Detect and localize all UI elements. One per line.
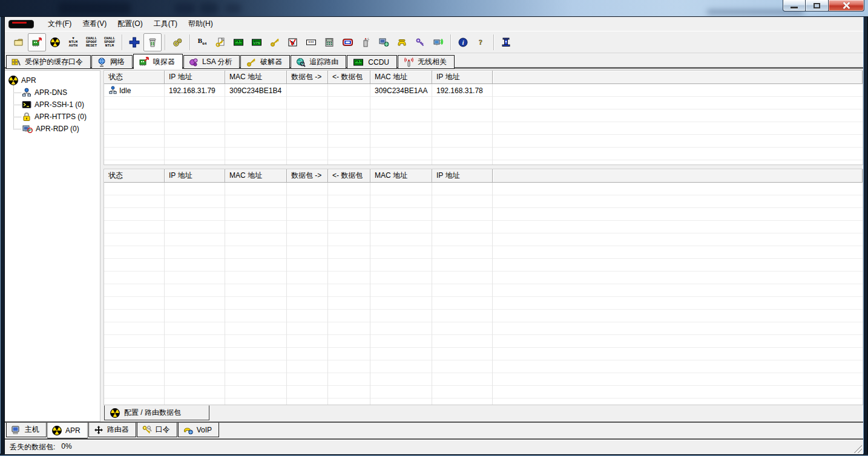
- menu-file[interactable]: 文件(F): [42, 17, 77, 31]
- table-body[interactable]: Idle192.168.31.79309C234BE1B4309C234BE1A…: [104, 84, 863, 164]
- table-body[interactable]: [104, 183, 863, 405]
- wireless-key-button[interactable]: [411, 33, 429, 51]
- column-header-4[interactable]: <- 数据包: [328, 71, 370, 84]
- tab-ccdu[interactable]: CCDU: [347, 55, 397, 69]
- keygold-icon: [246, 57, 257, 67]
- column-header-2[interactable]: MAC 地址: [225, 71, 287, 84]
- tab-apr-label: APR: [65, 426, 81, 435]
- table-row[interactable]: Idle192.168.31.79309C234BE1B4309C234BE1A…: [104, 84, 493, 97]
- add-to-list-button[interactable]: [125, 33, 143, 51]
- column-header-3[interactable]: 数据包 ->: [287, 71, 328, 84]
- vnc-decoder-button[interactable]: N: [284, 33, 302, 51]
- cell-text: 192.168.31.78: [436, 86, 483, 95]
- enterprise-manager-decoder-button[interactable]: [266, 33, 284, 51]
- column-gridline: [327, 183, 328, 405]
- column-gridline: [370, 183, 370, 405]
- nic-icon: [31, 37, 42, 47]
- about-button[interactable]: i: [454, 33, 472, 51]
- tab-apr[interactable]: APR: [47, 423, 88, 438]
- help-button[interactable]: ?: [472, 33, 490, 51]
- tab-protected-storage[interactable]: 受保护的缓存口令: [6, 55, 91, 69]
- lsa-icon: [189, 57, 199, 67]
- configure-button[interactable]: [168, 33, 186, 51]
- column-header-2[interactable]: MAC 地址: [225, 169, 287, 183]
- tab-wireless[interactable]: 无线相关: [398, 55, 455, 69]
- column-header-0[interactable]: 状态: [104, 71, 165, 84]
- window-border-left: [0, 17, 5, 454]
- tab-cracker[interactable]: 破解器: [240, 55, 290, 69]
- column-header-0[interactable]: 状态: [104, 169, 165, 183]
- chall-spoof-reset-button[interactable]: CHALL SPOOF RESET: [82, 33, 100, 51]
- column-header-3[interactable]: 数据包 ->: [287, 169, 328, 183]
- hash-calculator-button[interactable]: [320, 33, 338, 51]
- menu-configure[interactable]: 配置(O): [112, 17, 148, 31]
- tab-network[interactable]: 网络: [91, 55, 133, 69]
- table-header-row: 状态IP 地址MAC 地址数据包 -><- 数据包MAC 地址IP 地址: [104, 71, 863, 84]
- column-header-6[interactable]: IP 地址: [432, 71, 493, 84]
- close-button[interactable]: [828, 0, 864, 11]
- maximize-button[interactable]: [806, 0, 828, 11]
- tab-hosts[interactable]: 主机: [6, 423, 47, 437]
- remove-button[interactable]: [143, 33, 162, 51]
- network-connections-button[interactable]: [375, 33, 393, 51]
- tab-voip[interactable]: VoIP: [178, 423, 219, 437]
- syskey-button[interactable]: [357, 33, 375, 51]
- column-header-5[interactable]: MAC 地址: [370, 169, 432, 183]
- title-bar[interactable]: [0, 0, 868, 17]
- resize-grip[interactable]: [853, 445, 862, 453]
- wireless-zero-button[interactable]: [429, 33, 447, 51]
- monwifi-icon: [433, 37, 444, 47]
- base64-decoder-button[interactable]: B64: [193, 33, 211, 51]
- table-cell: 192.168.31.78: [432, 84, 493, 97]
- column-header-1[interactable]: IP 地址: [165, 71, 225, 84]
- tree-item-apr-dns[interactable]: APR-DNS: [13, 86, 100, 99]
- inner-tab-strip: 配置 / 路由数据包: [104, 405, 863, 422]
- cell-text: 309C234BE1AA: [375, 86, 427, 95]
- lost-packets-value: 0%: [61, 442, 71, 452]
- tab-passwords[interactable]: 口令: [137, 423, 177, 437]
- column-header-5[interactable]: MAC 地址: [370, 71, 432, 84]
- tab-sniffer[interactable]: 嗅探器: [133, 54, 183, 69]
- start-stop-apr-button[interactable]: [46, 33, 64, 51]
- minimize-button[interactable]: [783, 0, 806, 11]
- lcdvpn-icon: VPN: [251, 37, 263, 47]
- tab-traceroute[interactable]: 追踪路由: [291, 55, 346, 69]
- tab-routing[interactable]: 路由器: [88, 423, 136, 437]
- exit-button[interactable]: [497, 33, 515, 51]
- ntlm-auth-button[interactable]: ▼ NTLM AUTH: [64, 33, 82, 51]
- dialup-decoder-button[interactable]: [393, 33, 411, 51]
- tree-item-apr-https[interactable]: APR-HTTPS (0): [13, 111, 100, 123]
- password-reveal-button[interactable]: ***: [302, 33, 320, 51]
- column-header-6[interactable]: IP 地址: [432, 169, 493, 183]
- cisco-type7-decoder-button[interactable]: [229, 33, 248, 51]
- tree-item-apr-rdp[interactable]: APR-RDP (0): [13, 123, 100, 135]
- cisco-vpn-decoder-button[interactable]: VPN: [248, 33, 266, 51]
- keygold-icon: [269, 37, 280, 47]
- column-gridline: [492, 183, 493, 405]
- menu-help[interactable]: 帮助(H): [183, 17, 219, 31]
- rdpbox-icon: [341, 37, 353, 47]
- open-file-button[interactable]: [10, 33, 28, 51]
- tab-lsa-secrets[interactable]: LSA 分析: [183, 55, 240, 69]
- minimize-icon: [791, 7, 798, 8]
- apr-tables-pane: 状态IP 地址MAC 地址数据包 -><- 数据包MAC 地址IP 地址 Idl…: [104, 69, 863, 422]
- chall-spoof-ntlm-button[interactable]: CHALL SPOOF NTLM: [100, 33, 119, 51]
- application-icon[interactable]: [8, 20, 34, 28]
- menu-tools[interactable]: 工具(T): [148, 17, 183, 31]
- chall-spoof-reset-button-label: CHALL SPOOF RESET: [86, 37, 97, 48]
- toolbar-separator: [493, 34, 494, 50]
- access-db-decoder-button[interactable]: [211, 33, 229, 51]
- radiation-icon: [50, 37, 60, 47]
- keypage-icon: [215, 37, 226, 47]
- application-window: 文件(F)查看(V)配置(O)工具(T)帮助(H) ▼ NTLM AUTHCHA…: [0, 0, 868, 456]
- start-stop-sniffer-button[interactable]: [28, 33, 46, 51]
- column-header-1[interactable]: IP 地址: [165, 169, 225, 183]
- spray-icon: [361, 37, 370, 47]
- lost-packets-status: 丢失的数据包: 0%: [10, 442, 72, 452]
- column-header-4[interactable]: <- 数据包: [328, 169, 370, 183]
- tree-item-apr-ssh[interactable]: APR-SSH-1 (0): [13, 99, 100, 111]
- tab-configuration-routed-packets[interactable]: 配置 / 路由数据包: [104, 405, 209, 420]
- rdp-decoder-button[interactable]: [338, 33, 357, 51]
- menu-view[interactable]: 查看(V): [77, 17, 112, 31]
- antenna-icon: [403, 57, 414, 67]
